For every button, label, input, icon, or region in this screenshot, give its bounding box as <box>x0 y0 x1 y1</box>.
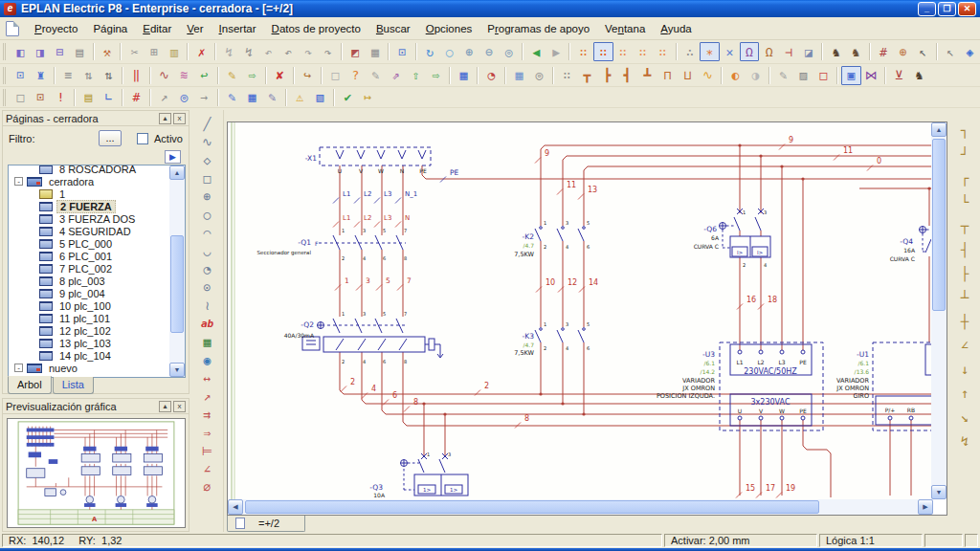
edit-function-button[interactable]: ✎ <box>222 66 242 85</box>
tree-item-12-plc-102[interactable]: 12 plc_102 <box>9 324 169 337</box>
tree-item-8-plc-003[interactable]: 8 plc_003 <box>9 275 169 287</box>
tree-item-1[interactable]: 1 <box>9 187 169 200</box>
snap-grid-a-button[interactable]: ∷ <box>573 42 593 61</box>
draw-polyline-button[interactable]: ∿ <box>197 133 217 151</box>
nav-forward-button[interactable]: ▶ <box>546 42 567 61</box>
wave-connection-button[interactable]: ∿ <box>698 66 718 85</box>
undo-fast-button[interactable]: ↯ <box>219 42 239 61</box>
tree-scroll-thumb[interactable] <box>170 235 184 333</box>
redo-fast-button[interactable]: ↯ <box>239 42 259 61</box>
corner-left-up-button[interactable]: └ <box>955 189 975 213</box>
draw-circle-button[interactable]: ○ <box>197 206 217 224</box>
connection-navigator-button[interactable]: ♞ <box>846 42 866 61</box>
dim-angle-button[interactable]: ∠ <box>197 460 217 478</box>
window-vertical-button[interactable]: ◨ <box>31 42 51 61</box>
nav-back-button[interactable]: ◀ <box>526 42 546 61</box>
cross-junction-button[interactable]: ┼ <box>955 309 975 333</box>
t-node-branch-right-button[interactable]: ├ <box>955 261 975 285</box>
message-manager-button[interactable]: ◔ <box>481 66 501 85</box>
potential-arrow-down-button[interactable]: ↓ <box>955 357 975 381</box>
page-image-button[interactable]: ▤ <box>78 88 99 107</box>
workspace-button[interactable]: ⊡ <box>392 42 412 61</box>
interruption-point-button[interactable]: ↘ <box>955 405 975 429</box>
tree-item-nuevo[interactable]: -nuevo <box>9 362 169 374</box>
menu-ventana[interactable]: Ventana <box>597 20 653 37</box>
tree-item-14-plc-104[interactable]: 14 plc_104 <box>9 349 169 362</box>
zoom-100-button[interactable]: ◎ <box>499 42 519 61</box>
zoom-window-button[interactable]: ○ <box>439 42 459 61</box>
copy-button[interactable]: ⊞ <box>145 42 165 61</box>
t-node-up-button[interactable]: ┻ <box>637 66 657 85</box>
page-find-button[interactable]: ◎ <box>174 88 194 107</box>
pointer-button[interactable]: ↖ <box>913 42 933 61</box>
active-checkbox[interactable] <box>137 133 148 144</box>
snap-active-button[interactable]: ∗ <box>700 42 720 61</box>
insert-table-button[interactable]: ▦ <box>365 42 385 61</box>
sheet-tab[interactable]: =+/2 <box>227 516 305 532</box>
sync-master-button[interactable]: ⇗ <box>386 66 406 85</box>
toolbar-grip[interactable] <box>3 67 8 84</box>
insert-grid-button[interactable]: # <box>874 42 894 61</box>
insert-hyperlink-button[interactable]: ◉ <box>197 351 217 369</box>
toolbar-grip[interactable] <box>3 89 8 106</box>
assign-macro-button[interactable]: ⇨ <box>242 66 262 85</box>
draw-ellipse-button[interactable]: ⊙ <box>197 278 217 297</box>
potential-arrow-up-button[interactable]: ↑ <box>955 381 975 405</box>
renumber-button[interactable]: ⇅ <box>78 66 99 85</box>
print-button[interactable]: ▤ <box>70 42 90 61</box>
page-important-button[interactable]: ! <box>51 88 71 107</box>
undo-button[interactable]: ↶ <box>258 42 278 61</box>
redo-list-button[interactable]: ↷ <box>318 42 338 61</box>
settings-button[interactable]: ⚒ <box>98 42 118 61</box>
tab-lista[interactable]: Lista <box>53 377 94 394</box>
junction-close-button[interactable]: ⊔ <box>678 66 698 85</box>
edit-table-button[interactable]: ▦ <box>242 88 262 107</box>
ohm-alt-button[interactable]: Ω <box>759 42 779 61</box>
corner-up-right-button[interactable]: ┘ <box>955 142 975 165</box>
menu-editar[interactable]: Editar <box>135 20 179 37</box>
symbol-navigator-button[interactable]: ♞ <box>909 66 929 85</box>
menu-proyecto[interactable]: Proyecto <box>27 20 85 37</box>
grid-display-button[interactable]: ∴ <box>680 42 701 61</box>
delete-button[interactable]: ✗ <box>191 42 212 61</box>
menu-buscar[interactable]: Buscar <box>368 20 418 37</box>
draw-line-button[interactable]: ╱ <box>197 115 217 133</box>
page-open-button[interactable]: ⊡ <box>31 88 51 107</box>
paste-button[interactable]: ▥ <box>165 42 185 61</box>
sync-forward-button[interactable]: ⇨ <box>426 66 446 85</box>
preview-thumbnail[interactable]: A <box>7 418 186 528</box>
check-ok-button[interactable]: ✔ <box>338 88 358 107</box>
structure-brace-button[interactable]: ⋈ <box>861 66 881 85</box>
renumber-all-button[interactable]: ⇅ <box>99 66 119 85</box>
t-node-branch-left-button[interactable]: ┤ <box>955 237 975 261</box>
insert-return-button[interactable]: ↩ <box>194 66 214 85</box>
check-clipboard-button[interactable]: ▧ <box>310 88 330 107</box>
design-mode-button[interactable]: ◈ <box>960 42 980 61</box>
canvas-scroll-up-icon[interactable]: ▲ <box>931 122 947 137</box>
t-node-right-button[interactable]: ┣ <box>597 66 617 85</box>
page-draft-button[interactable]: ✎ <box>773 66 793 85</box>
restore-button[interactable]: ❐ <box>938 2 956 16</box>
cut-button[interactable]: ✂ <box>124 42 145 61</box>
zoom-in-button[interactable]: ⊕ <box>459 42 479 61</box>
snap-grid-b-button[interactable]: ∷ <box>593 42 613 61</box>
tree-item-10-plc-100[interactable]: 10 plc_100 <box>9 299 169 312</box>
connection-symbol-button[interactable]: ⊣ <box>779 42 799 61</box>
new-document-icon[interactable] <box>6 21 19 36</box>
menu-ver[interactable]: Ver <box>179 20 211 37</box>
page-properties-button[interactable]: ⊡ <box>11 66 31 85</box>
menu-ayuda[interactable]: Ayuda <box>653 20 699 37</box>
draw-circle-axis-button[interactable]: ⊕ <box>197 187 217 206</box>
window-cascade-button[interactable]: ◧ <box>11 42 31 61</box>
dim-continued-button[interactable]: ⇒ <box>197 424 217 442</box>
canvas-hscrollbar[interactable]: ◀ ▶ <box>228 499 933 515</box>
corner-down-right-button[interactable]: ┌ <box>955 165 975 189</box>
report-button[interactable]: ◪ <box>799 42 819 61</box>
redo-button[interactable]: ↷ <box>299 42 319 61</box>
preview-close-button[interactable]: x <box>173 401 186 412</box>
delete-placement-button[interactable]: ✘ <box>270 66 290 85</box>
zoom-refresh-button[interactable]: ↻ <box>420 42 440 61</box>
tree-item-3-fuerza-dos[interactable]: 3 FUERZA DOS <box>9 212 169 225</box>
draw-arc-3p-button[interactable]: ◠ <box>197 224 217 242</box>
tree-expander-icon[interactable]: - <box>14 177 23 186</box>
